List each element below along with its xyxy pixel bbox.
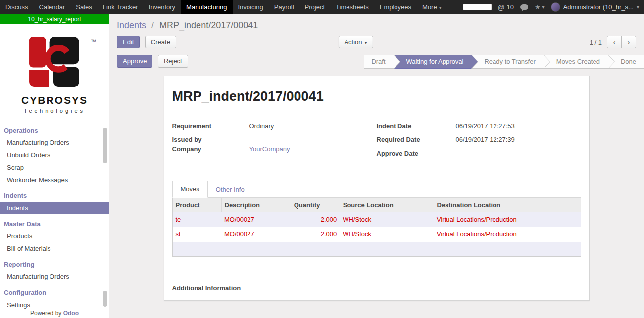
- field-column-left: Requirement Ordinary Issued by Company Y…: [172, 121, 377, 163]
- powered-by-label: Powered by: [30, 310, 61, 317]
- issued-by-company-value[interactable]: YourCompany: [249, 144, 290, 154]
- column-header-quantity[interactable]: Quantity: [291, 198, 340, 212]
- section-heading-configuration: Configuration: [0, 283, 109, 299]
- pager-count: 1 / 1: [590, 39, 602, 46]
- sidebar-item-manufacturing-orders-report[interactable]: Manufacturing Orders: [0, 271, 109, 283]
- report-banner: 10_hr_salary_report: [0, 14, 109, 24]
- required-date-label: Required Date: [377, 135, 456, 144]
- powered-by: Powered by Odoo: [0, 310, 109, 317]
- menu-invoicing[interactable]: Invoicing: [233, 0, 269, 14]
- sidebar-item-workorder-messages[interactable]: Workorder Messages: [0, 174, 109, 186]
- cell-product: te: [172, 212, 221, 227]
- column-header-source-location[interactable]: Source Location: [340, 198, 434, 212]
- odoo-link[interactable]: Odoo: [63, 310, 79, 317]
- moves-table: Product Description Quantity Source Loca…: [172, 198, 581, 257]
- user-name: Administrator (10_hr_s...: [563, 3, 634, 11]
- edit-button[interactable]: Edit: [117, 36, 140, 48]
- record-title: MRP_indent/2017/00041: [172, 89, 581, 104]
- messages-menu[interactable]: @ 10: [498, 3, 514, 11]
- menu-discuss[interactable]: Discuss: [0, 0, 34, 14]
- menu-employees[interactable]: Employees: [374, 0, 417, 14]
- table-empty-row: [172, 242, 581, 257]
- breadcrumb: Indents / MRP_indent/2017/00041: [117, 20, 644, 31]
- action-label: Action: [344, 38, 362, 45]
- cell-quantity: 2.000: [291, 227, 340, 242]
- menu-project[interactable]: Project: [299, 0, 330, 14]
- additional-information-heading: Additional Information: [172, 284, 581, 292]
- indent-date-value: 06/19/2017 12:27:53: [456, 121, 515, 131]
- step-ready-to-transfer[interactable]: Ready to Transfer: [471, 55, 543, 69]
- action-dropdown[interactable]: Action▾: [338, 36, 373, 48]
- star-menu[interactable]: ★ ▾: [535, 3, 545, 11]
- cell-description: MO/00027: [221, 227, 291, 242]
- required-date-value: 06/19/2017 12:27:39: [456, 135, 515, 144]
- column-header-description[interactable]: Description: [221, 198, 291, 212]
- menu-link-tracker[interactable]: Link Tracker: [98, 0, 144, 14]
- section-heading-operations: Operations: [0, 121, 109, 136]
- breadcrumb-indents-link[interactable]: Indents: [117, 20, 146, 30]
- topbar-systray: @ 10 ★ ▾ Administrator (10_hr_s... ▾: [463, 0, 644, 14]
- sidebar-item-unbuild-orders[interactable]: Unbuild Orders: [0, 149, 109, 161]
- chevron-down-icon: ▾: [637, 4, 639, 10]
- tab-other-info[interactable]: Other Info: [208, 182, 252, 198]
- column-header-product[interactable]: Product: [172, 198, 221, 212]
- topbar: Discuss Calendar Sales Link Tracker Inve…: [0, 0, 644, 14]
- separator: [172, 273, 581, 273]
- column-header-destination-location[interactable]: Destination Location: [434, 198, 581, 212]
- star-icon: ★: [535, 3, 541, 11]
- field-group: Requirement Ordinary Issued by Company Y…: [172, 121, 581, 163]
- pager-next-button[interactable]: ›: [621, 36, 636, 48]
- approve-button[interactable]: Approve: [117, 55, 152, 68]
- issued-by-company-label: Issued by Company: [172, 135, 249, 154]
- menu-more[interactable]: More▾: [417, 0, 447, 14]
- table-row[interactable]: te MO/00027 2.000 WH/Stock Virtual Locat…: [172, 212, 581, 227]
- sidebar-item-bill-of-materials[interactable]: Bill of Materials: [0, 242, 109, 255]
- menu-calendar[interactable]: Calendar: [34, 0, 71, 14]
- section-heading-indents: Indents: [0, 186, 109, 202]
- step-draft[interactable]: Draft: [364, 55, 393, 69]
- requirement-value: Ordinary: [249, 121, 274, 131]
- menu-sales[interactable]: Sales: [70, 0, 98, 14]
- sidebar-item-scrap[interactable]: Scrap: [0, 161, 109, 174]
- field-column-right: Indent Date 06/19/2017 12:27:53 Required…: [377, 121, 581, 163]
- breadcrumb-current: MRP_indent/2017/00041: [159, 20, 258, 30]
- planner-progress-bar[interactable]: [463, 4, 492, 10]
- pager: 1 / 1 ‹ ›: [590, 36, 636, 48]
- table-header-row: Product Description Quantity Source Loca…: [172, 198, 581, 212]
- sidebar-menu: Operations Manufacturing Orders Unbuild …: [0, 121, 109, 311]
- breadcrumb-separator: /: [151, 20, 154, 30]
- cell-description: MO/00027: [221, 212, 291, 227]
- step-moves-created[interactable]: Moves Created: [544, 55, 608, 69]
- create-button[interactable]: Create: [145, 36, 176, 48]
- pager-previous-button[interactable]: ‹: [607, 36, 622, 48]
- sidebar-item-manufacturing-orders[interactable]: Manufacturing Orders: [0, 136, 109, 149]
- menu-manufacturing[interactable]: Manufacturing: [181, 0, 232, 14]
- sidebar-scrollbar-thumb[interactable]: [103, 291, 107, 307]
- menu-payroll[interactable]: Payroll: [269, 0, 299, 14]
- logo-brand: CYBROSYS: [0, 94, 109, 106]
- control-panel: Edit Create Action▾ 1 / 1 ‹ ›: [117, 36, 636, 48]
- menu-more-label: More: [422, 3, 437, 11]
- sidebar-item-indents[interactable]: Indents: [0, 202, 109, 214]
- tab-moves[interactable]: Moves: [172, 181, 208, 198]
- menu-timesheets[interactable]: Timesheets: [330, 0, 374, 14]
- messages-count: 10: [506, 3, 513, 11]
- user-menu[interactable]: Administrator (10_hr_s... ▾: [551, 2, 639, 12]
- cell-destination-location: Virtual Locations/Production: [434, 212, 581, 227]
- chat-icon[interactable]: [520, 4, 528, 10]
- cell-source-location: WH/Stock: [340, 227, 434, 242]
- section-heading-master-data: Master Data: [0, 214, 109, 230]
- reject-button[interactable]: Reject: [158, 55, 188, 68]
- sidebar-item-products[interactable]: Products: [0, 230, 109, 242]
- at-icon: @: [498, 3, 505, 11]
- sidebar-scrollbar-thumb[interactable]: [103, 128, 107, 163]
- step-waiting-for-approval[interactable]: Waiting for Approval: [394, 55, 472, 69]
- cell-source-location: WH/Stock: [340, 212, 434, 227]
- indent-date-label: Indent Date: [377, 121, 456, 131]
- menu-inventory[interactable]: Inventory: [144, 0, 181, 14]
- cell-product: st: [172, 227, 221, 242]
- tm-mark: ™: [91, 38, 96, 44]
- logo-subtitle: Technologies: [0, 108, 109, 114]
- table-row[interactable]: st MO/00027 2.000 WH/Stock Virtual Locat…: [172, 227, 581, 242]
- main-content: Indents / MRP_indent/2017/00041 Edit Cre…: [109, 14, 644, 318]
